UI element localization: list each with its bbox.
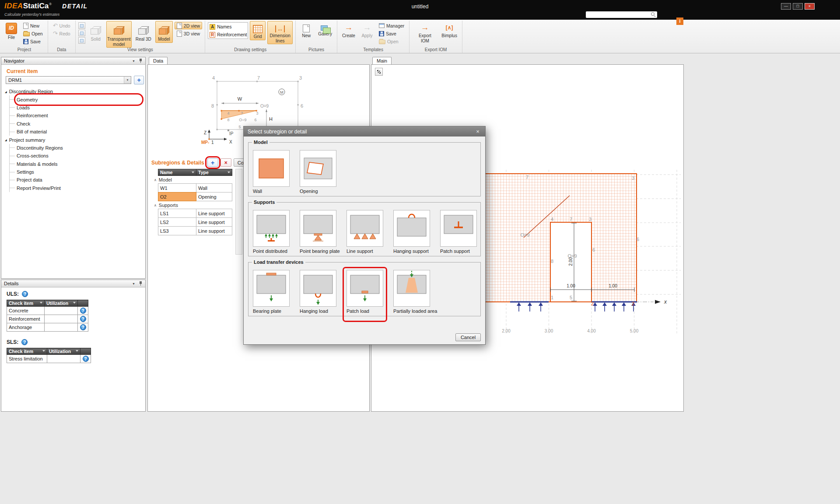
- picture-new-button[interactable]: New: [298, 21, 314, 39]
- help-icon[interactable]: ?: [80, 324, 86, 330]
- filter-icon[interactable]: [42, 350, 45, 353]
- column-header-name[interactable]: Name: [158, 169, 196, 176]
- gallery-button[interactable]: Gallery: [316, 21, 334, 38]
- template-create-button[interactable]: → Create: [340, 21, 357, 39]
- card-point-bearing-plate[interactable]: Point bearing plate: [300, 210, 336, 254]
- name-cell[interactable]: LS2: [158, 217, 196, 227]
- template-apply-button[interactable]: → Apply: [359, 21, 375, 39]
- card-point-distributed[interactable]: Point distributed: [253, 210, 290, 254]
- real-3d-button[interactable]: Real 3D: [133, 21, 154, 43]
- type-cell[interactable]: Wall: [196, 183, 232, 192]
- 2d-view-button[interactable]: 2D view: [175, 22, 202, 29]
- tab-data[interactable]: Data: [149, 57, 168, 64]
- view-option-button-1[interactable]: [78, 22, 85, 29]
- card-partially-loaded-area[interactable]: Partially loaded area: [393, 270, 430, 314]
- card-bearing-plate[interactable]: Bearing plate: [253, 270, 290, 314]
- tab-main[interactable]: Main: [372, 57, 392, 64]
- tree-item-cross-sections[interactable]: Cross-sections: [10, 152, 144, 160]
- dimension-lines-button[interactable]: ↔ Dimension lines: [267, 21, 293, 44]
- add-region-button[interactable]: +: [134, 76, 144, 84]
- save-project-button[interactable]: Save: [21, 38, 45, 45]
- card-opening[interactable]: Opening: [300, 150, 336, 194]
- add-subregion-button[interactable]: +: [207, 158, 218, 167]
- maximize-button[interactable]: □: [793, 3, 803, 10]
- close-button[interactable]: ×: [805, 3, 815, 10]
- help-icon[interactable]: ?: [80, 316, 86, 322]
- name-cell[interactable]: LS3: [158, 226, 196, 235]
- panel-menu-icon[interactable]: ▼: [132, 282, 135, 285]
- scrollbar[interactable]: [235, 169, 242, 255]
- tree-item-bill-of-material[interactable]: Bill of material: [10, 128, 144, 136]
- grid-button[interactable]: Grid: [250, 21, 266, 40]
- search-icon[interactable]: [651, 12, 656, 17]
- tree-item-settings[interactable]: Settings: [10, 168, 144, 176]
- bimplus-button[interactable]: [∧] Bimplus: [439, 21, 459, 39]
- delete-subregion-button[interactable]: ×: [220, 158, 231, 167]
- info-button[interactable]: i: [676, 18, 683, 25]
- transparent-model-button[interactable]: Transparent model: [106, 21, 132, 48]
- tree-group-project-summary[interactable]: ◢ Project summary: [1, 136, 144, 144]
- dialog-titlebar[interactable]: Select subregion or detail ×: [244, 126, 485, 136]
- filter-icon[interactable]: [76, 350, 78, 353]
- expander-icon[interactable]: ◢: [5, 138, 7, 141]
- group-row-model[interactable]: ∧ Model: [153, 176, 232, 184]
- table-row[interactable]: LS3 Line support: [153, 226, 232, 235]
- collapse-icon[interactable]: ∧: [154, 178, 157, 182]
- type-cell[interactable]: Line support: [196, 226, 232, 235]
- card-line-support[interactable]: Line support: [346, 210, 383, 254]
- solid-button[interactable]: Solid: [87, 21, 105, 43]
- view-option-button-3[interactable]: [78, 37, 85, 44]
- pin-icon[interactable]: [139, 281, 143, 286]
- pin-icon[interactable]: [139, 58, 143, 63]
- redo-button[interactable]: ↷Redo: [51, 30, 73, 37]
- dialog-close-button[interactable]: ×: [474, 128, 481, 135]
- tree-item-geometry[interactable]: Geometry: [10, 95, 144, 103]
- table-row[interactable]: LS2 Line support: [153, 217, 232, 227]
- tree-item-materials-models[interactable]: Materials & models: [10, 160, 144, 168]
- tree-item-reinforcement[interactable]: Reinforcement: [10, 112, 144, 119]
- help-icon[interactable]: ?: [22, 291, 28, 297]
- undo-button[interactable]: ↶Undo: [51, 22, 73, 29]
- name-cell[interactable]: W1: [158, 183, 196, 192]
- view-option-button-2[interactable]: [78, 30, 85, 36]
- template-save-button[interactable]: Save: [377, 30, 406, 37]
- cancel-button[interactable]: Cancel: [455, 333, 481, 341]
- minimize-button[interactable]: —: [781, 3, 791, 10]
- file-button[interactable]: ID File: [4, 21, 19, 41]
- type-cell[interactable]: Line support: [196, 209, 232, 218]
- names-toggle[interactable]: ANames: [208, 23, 248, 31]
- type-cell[interactable]: Line support: [196, 217, 232, 227]
- tree-item-project-data[interactable]: Project data: [10, 176, 144, 184]
- filter-icon[interactable]: [40, 302, 42, 305]
- search-input[interactable]: [586, 12, 651, 18]
- type-cell[interactable]: Opening: [196, 192, 232, 201]
- expander-icon[interactable]: ◢: [5, 90, 7, 93]
- filter-icon[interactable]: [228, 172, 230, 175]
- table-row[interactable]: LS1 Line support: [153, 209, 232, 218]
- template-open-button[interactable]: Open: [377, 38, 406, 45]
- table-row[interactable]: W1 Wall: [153, 183, 232, 192]
- help-icon[interactable]: ?: [21, 339, 28, 345]
- help-icon[interactable]: ?: [80, 308, 86, 314]
- new-project-button[interactable]: New: [21, 22, 45, 29]
- open-project-button[interactable]: Open: [21, 30, 45, 37]
- tree-item-discontinuity-regions[interactable]: Discontinuity Regions: [10, 144, 144, 152]
- tree-item-loads[interactable]: Loads: [10, 104, 144, 112]
- tree-item-report-preview-print[interactable]: Report Preview/Print: [10, 184, 144, 192]
- tree-group-discontinuity-region[interactable]: ◢ Discontinuity Region: [1, 88, 144, 95]
- 3d-view-button[interactable]: 3D view: [175, 30, 202, 37]
- filter-icon[interactable]: [73, 302, 76, 305]
- panel-menu-icon[interactable]: ▼: [132, 60, 135, 63]
- card-wall[interactable]: Wall: [253, 150, 290, 194]
- help-icon[interactable]: ?: [83, 356, 89, 362]
- table-row[interactable]: O2 Opening: [153, 192, 232, 201]
- name-cell-selected[interactable]: O2: [158, 192, 196, 201]
- collapse-icon[interactable]: ∧: [154, 203, 157, 207]
- tree-item-check[interactable]: Check: [10, 120, 144, 128]
- model-button[interactable]: Model: [155, 21, 173, 43]
- reinforcement-toggle[interactable]: RReinforcement: [208, 31, 248, 38]
- card-hanging-support[interactable]: Hanging support: [393, 210, 430, 254]
- export-iom-button[interactable]: → Export IOM: [412, 21, 438, 44]
- card-patch-support[interactable]: Patch support: [440, 210, 477, 254]
- group-row-supports[interactable]: ∧ Supports: [153, 201, 232, 209]
